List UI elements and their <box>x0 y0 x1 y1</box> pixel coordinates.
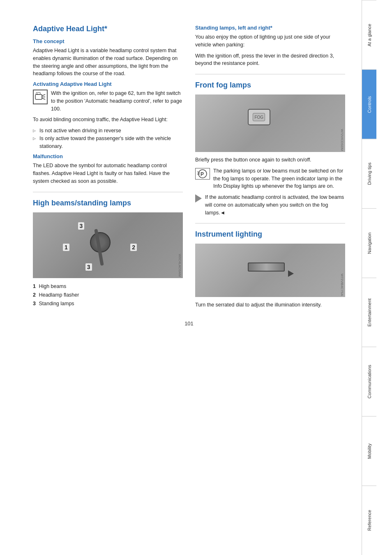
hb-item-1: 1 High beams <box>33 282 183 291</box>
hb-label-3b: 3 <box>85 263 92 271</box>
triangle-icon <box>195 194 202 203</box>
bullet-1: Is not active when driving in reverse <box>33 127 183 135</box>
fog-note-2: If the automatic headlamp control is act… <box>195 193 345 216</box>
activating-subtitle: Activating Adaptive Head Light <box>33 81 183 87</box>
concept-subtitle: The concept <box>33 38 183 44</box>
standing-lamps-body1: You also enjoy the option of lighting up… <box>195 33 345 49</box>
sidebar-tab-entertainment[interactable]: Entertainment <box>362 278 376 347</box>
adaptive-head-light-title: Adaptive Head Light* <box>33 25 183 33</box>
svg-text:A: A <box>37 93 38 95</box>
activating-icon-block: A With the ignition on, refer to page 62… <box>33 90 183 113</box>
instrument-image: W72VlB4C7SA <box>195 244 345 297</box>
activating-bullets: Is not active when driving in reverse Is… <box>33 127 183 150</box>
svg-line-9 <box>197 173 200 173</box>
hb-label-1: 1 <box>63 244 69 251</box>
svg-line-10 <box>197 174 200 175</box>
front-fog-image: FOG W72VICDSDM <box>195 94 345 152</box>
svg-line-3 <box>42 98 45 99</box>
malfunction-subtitle: Malfunction <box>33 153 183 159</box>
hb-watermark: W0C4LAOSAM <box>178 254 182 277</box>
standing-lamps-subtitle: Standing lamps, left and right* <box>195 25 345 31</box>
divider-2 <box>195 74 345 74</box>
svg-line-1 <box>42 94 45 96</box>
high-beams-image: 3 1 2 3 W0C4LAOSAM <box>33 212 183 278</box>
fog-note-2-text: If the automatic headlamp control is act… <box>205 193 345 216</box>
high-beams-list: 1 High beams 2 Headlamp flasher 3 Standi… <box>33 282 183 309</box>
divider-1 <box>33 192 183 192</box>
hb-label-3a: 3 <box>78 222 85 230</box>
hb-label-2: 2 <box>130 244 137 251</box>
fog-watermark: W72VICDSDM <box>340 129 344 151</box>
fog-note-1-text: The parking lamps or low beams must be s… <box>213 167 345 190</box>
activating-body1: With the ignition on, refer to page 62, … <box>51 90 183 113</box>
hb-item-3: 3 Standing lamps <box>33 299 183 308</box>
malfunction-body: The LED above the symbol for automatic h… <box>33 162 183 185</box>
svg-rect-0 <box>35 94 42 99</box>
sidebar-tab-mobility[interactable]: Mobility <box>362 416 376 486</box>
instrument-body: Turn the serrated dial to adjust the ill… <box>195 301 345 309</box>
sidebar-tab-controls[interactable]: Controls <box>362 69 376 139</box>
sidebar: At a glance Controls Driving tips Naviga… <box>362 0 376 555</box>
sidebar-tab-communications[interactable]: Communications <box>362 347 376 416</box>
fog-note-1: P The parking lamps or low beams must be… <box>195 167 345 190</box>
concept-body: Adaptive Head Light is a variable headla… <box>33 47 183 78</box>
sidebar-tab-driving-tips[interactable]: Driving tips <box>362 139 376 208</box>
activating-body2: To avoid blinding oncoming traffic, the … <box>33 116 183 124</box>
fog-parking-icon: P <box>195 168 210 180</box>
front-fog-title: Front fog lamps <box>195 81 345 90</box>
sidebar-tab-reference[interactable]: Reference <box>362 486 376 555</box>
divider-3 <box>195 223 345 223</box>
bullet-2: Is only active toward the passenger's si… <box>33 135 183 150</box>
standing-lamps-body2: With the ignition off, press the lever i… <box>195 52 345 68</box>
hb-item-2: 2 Headlamp flasher <box>33 291 183 299</box>
page-number: 101 <box>33 320 345 327</box>
high-beams-title: High beams/standing lamps <box>33 199 183 207</box>
front-fog-body1: Briefly press the button once again to s… <box>195 156 345 164</box>
inst-watermark: W72VlB4C7SA <box>340 274 344 296</box>
headlamp-control-icon: A <box>33 90 48 104</box>
sidebar-tab-at-a-glance[interactable]: At a glance <box>362 0 376 69</box>
instrument-lighting-title: Instrument lighting <box>195 230 345 239</box>
svg-text:P: P <box>201 171 204 177</box>
sidebar-tab-navigation[interactable]: Navigation <box>362 208 376 278</box>
